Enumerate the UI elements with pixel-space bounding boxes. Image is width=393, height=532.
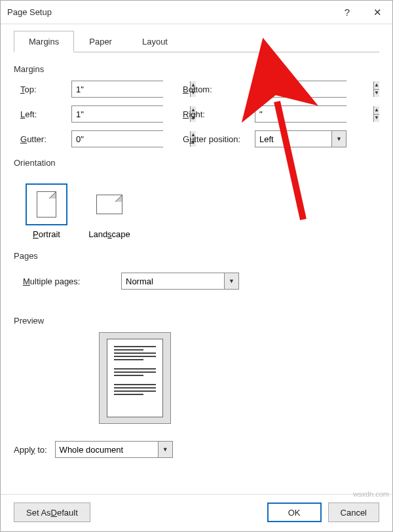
orientation-section-label: Orientation [14, 158, 379, 168]
bottom-spin-up[interactable]: ▲ [374, 81, 379, 90]
top-input[interactable] [72, 81, 190, 97]
apply-to-label: Apply to: [14, 445, 47, 455]
top-label: Top: [20, 85, 71, 94]
preview-box [99, 332, 171, 424]
titlebar: Page Setup ? ✕ [1, 1, 392, 24]
margins-grid: Top: ▲ ▼ Bottom: ▲ ▼ Left: [20, 81, 379, 147]
gutter-label: Gutter: [20, 134, 71, 144]
preview-page-icon [107, 339, 163, 417]
watermark: wsxdn.com [353, 490, 389, 498]
preview-section-label: Preview [14, 316, 379, 326]
preview-area: Preview [14, 296, 379, 424]
right-label: Right: [183, 109, 255, 119]
left-label: Left: [20, 109, 71, 119]
footer: Set As Default OK Cancel [1, 494, 392, 531]
multi-pages-label: Multiple pages: [23, 276, 108, 286]
margins-section-label: Margins [14, 64, 379, 74]
left-input[interactable] [72, 106, 190, 122]
landscape-label: Landscape [88, 229, 130, 239]
bottom-label: Bottom: [183, 85, 255, 94]
cancel-button[interactable]: Cancel [328, 503, 379, 522]
pages-row: Multiple pages: Normal ▼ [23, 273, 379, 290]
left-spinner[interactable]: ▲ ▼ [71, 105, 163, 123]
close-button[interactable]: ✕ [362, 1, 392, 24]
portrait-label: Portrait [33, 229, 60, 239]
content-pane: Margins Paper Layout Margins Top: ▲ ▼ Bo… [1, 24, 392, 494]
apply-to-dd-btn[interactable]: ▼ [158, 442, 172, 457]
tab-margins[interactable]: Margins [14, 31, 74, 52]
page-setup-dialog: Page Setup ? ✕ Margins Paper Layout Marg… [0, 0, 393, 532]
tab-layout[interactable]: Layout [127, 31, 183, 52]
gutter-input[interactable] [72, 131, 190, 147]
bottom-spinner[interactable]: ▲ ▼ [255, 81, 346, 98]
gutter-pos-dd-btn[interactable]: ▼ [331, 131, 346, 147]
help-button[interactable]: ? [332, 1, 362, 24]
gutter-pos-label: Gutter position: [183, 134, 255, 144]
landscape-icon [88, 183, 130, 225]
ok-button[interactable]: OK [267, 503, 322, 522]
bottom-input[interactable] [255, 81, 373, 97]
gutter-pos-dropdown[interactable]: Left ▼ [255, 130, 346, 147]
tab-paper[interactable]: Paper [74, 31, 127, 52]
apply-row: Apply to: Whole document ▼ [14, 441, 379, 458]
apply-to-dropdown[interactable]: Whole document ▼ [55, 441, 173, 458]
gutter-spinner[interactable]: ▲ ▼ [71, 130, 163, 147]
portrait-icon [26, 183, 67, 225]
dialog-title: Page Setup [7, 7, 332, 17]
orientation-portrait[interactable]: Portrait [23, 181, 70, 242]
gutter-pos-value: Left [255, 134, 331, 144]
multi-pages-value: Normal [122, 276, 224, 286]
multi-pages-dropdown[interactable]: Normal ▼ [121, 273, 239, 290]
bottom-spin-down[interactable]: ▼ [374, 90, 379, 98]
pages-section-label: Pages [14, 251, 379, 261]
top-spinner[interactable]: ▲ ▼ [71, 81, 163, 98]
bottom-spin-btns: ▲ ▼ [373, 81, 379, 97]
orientation-landscape[interactable]: Landscape [86, 181, 133, 242]
tab-strip: Margins Paper Layout [14, 31, 379, 52]
right-spin-down[interactable]: ▼ [374, 115, 379, 123]
orientation-group: Portrait Landscape [23, 181, 379, 242]
right-spin-up[interactable]: ▲ [374, 106, 379, 115]
multi-pages-dd-btn[interactable]: ▼ [224, 273, 238, 289]
right-spinner[interactable]: ▲ ▼ [255, 105, 346, 123]
right-spin-btns: ▲ ▼ [373, 106, 379, 122]
set-default-button[interactable]: Set As Default [14, 503, 90, 522]
apply-to-value: Whole document [56, 445, 158, 455]
right-input[interactable] [255, 106, 373, 122]
